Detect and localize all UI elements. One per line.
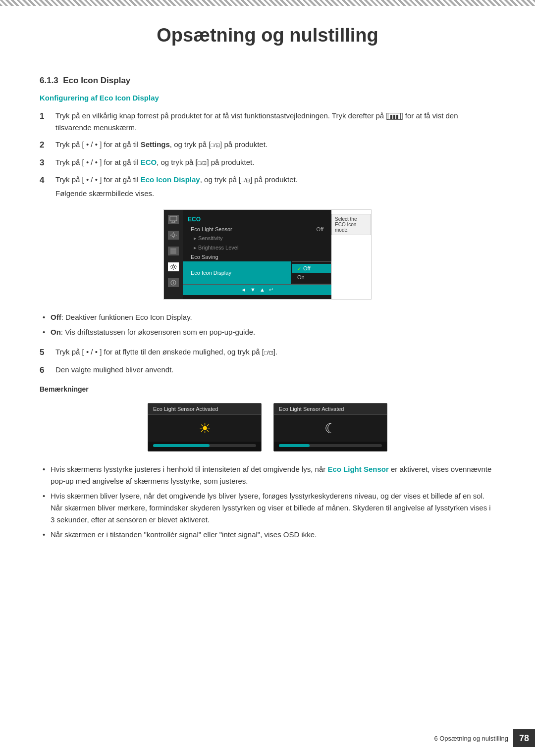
submenu-item-on: On <box>292 273 331 282</box>
bullet-off: Off: Deaktiver funktionen Eco Icon Displ… <box>40 311 495 323</box>
menu-category-eco: ECO <box>183 214 331 225</box>
popup-box-sun: Eco Light Sensor Activated ☀ <box>148 403 262 452</box>
page-footer: 6 Opsætning og nulstilling 78 <box>0 729 535 747</box>
page-number: 78 <box>513 729 535 747</box>
menu-submenu: ✓ Off On <box>292 261 331 284</box>
menu-bottom-bar: ◄ ▼ ▲ ↵ <box>183 284 331 295</box>
popup-bar-fill-sun <box>153 444 210 447</box>
menu-item-sensitivity: ▸ Sensitivity <box>183 234 331 243</box>
menu-icon-settings <box>168 231 179 240</box>
note-1: Hvis skærmens lysstyrke justeres i henho… <box>40 463 495 487</box>
menu-item-eco-saving: Eco Saving <box>183 252 331 261</box>
step-2: 2 Tryk på [ • / • ] for at gå til Settin… <box>40 139 495 151</box>
popup-bar-fill-moon <box>279 444 310 447</box>
step-1: 1 Tryk på en vilkårlig knap forrest på p… <box>40 110 495 134</box>
bullet-on: On: Vis driftsstatussen for økosensoren … <box>40 326 495 338</box>
menu-item-eco-light-sensor: Eco Light Sensor Off <box>183 225 331 234</box>
popup-bar-area-moon <box>274 442 387 451</box>
sub-heading: Konfigurering af Eco Icon Display <box>40 94 495 102</box>
popup-title-sun: Eco Light Sensor Activated <box>148 403 261 415</box>
svg-point-12 <box>172 266 175 268</box>
note-3: Når skærmen er i tilstanden "kontrollér … <box>40 529 495 541</box>
step-4: 4 Tryk på [ • / • ] for at gå til Eco Ic… <box>40 174 495 200</box>
popup-icon-area-sun: ☀ <box>148 415 261 442</box>
popup-bar-area-sun <box>148 442 261 451</box>
svg-point-15 <box>173 281 174 282</box>
steps-list: 1 Tryk på en vilkårlig knap forrest på p… <box>40 110 495 200</box>
step-6: 6 Den valgte mulighed bliver anvendt. <box>40 364 495 377</box>
off-on-bullets: Off: Deaktiver funktionen Eco Icon Displ… <box>40 311 495 338</box>
svg-rect-0 <box>170 216 177 221</box>
step-3: 3 Tryk på [ • / • ] for at gå til ECO, o… <box>40 156 495 169</box>
menu-icon-menu <box>168 247 179 255</box>
menu-item-brightness-level: ▸ Brightness Level <box>183 243 331 252</box>
section-heading: 6.1.3 Eco Icon Display <box>40 76 495 86</box>
menu-box: ECO Eco Light Sensor Off ▸ Sensitivity ▸… <box>163 209 372 300</box>
svg-point-4 <box>172 234 175 237</box>
steps-5-6: 5 Tryk på [ • / • ] for at flytte til de… <box>40 346 495 376</box>
page-title: Opsætning og nulstilling <box>40 25 495 46</box>
menu-icon-info <box>168 278 179 287</box>
menu-hint-box: Select the ECO Icon mode. <box>331 214 371 235</box>
popup-title-moon: Eco Light Sensor Activated <box>274 403 387 415</box>
note-2: Hvis skærmen bliver lysere, når det omgi… <box>40 490 495 526</box>
sun-icon: ☀ <box>199 420 211 437</box>
remarks-heading: Bemærkninger <box>40 385 495 393</box>
submenu-item-off: ✓ Off <box>292 264 331 273</box>
menu-icon-gear-active <box>168 262 179 271</box>
menu-main-area: ECO Eco Light Sensor Off ▸ Sensitivity ▸… <box>183 210 331 299</box>
footer-text: 6 Opsætning og nulstilling <box>434 735 508 742</box>
notes-list: Hvis skærmens lysstyrke justeres i henho… <box>40 463 495 541</box>
moon-icon: ☾ <box>324 420 337 437</box>
menu-item-eco-icon-display: Eco Icon Display <box>183 261 291 284</box>
menu-screenshot: ECO Eco Light Sensor Off ▸ Sensitivity ▸… <box>40 209 495 300</box>
popup-screenshots-row: Eco Light Sensor Activated ☀ Eco Light S… <box>40 403 495 452</box>
popup-bar-track-moon <box>279 444 382 447</box>
popup-bar-track-sun <box>153 444 256 447</box>
step-5: 5 Tryk på [ • / • ] for at flytte til de… <box>40 346 495 359</box>
menu-icon-monitor <box>168 215 179 224</box>
popup-icon-area-moon: ☾ <box>274 415 387 442</box>
popup-box-moon: Eco Light Sensor Activated ☾ <box>273 403 387 452</box>
menu-left-icons <box>164 210 183 299</box>
